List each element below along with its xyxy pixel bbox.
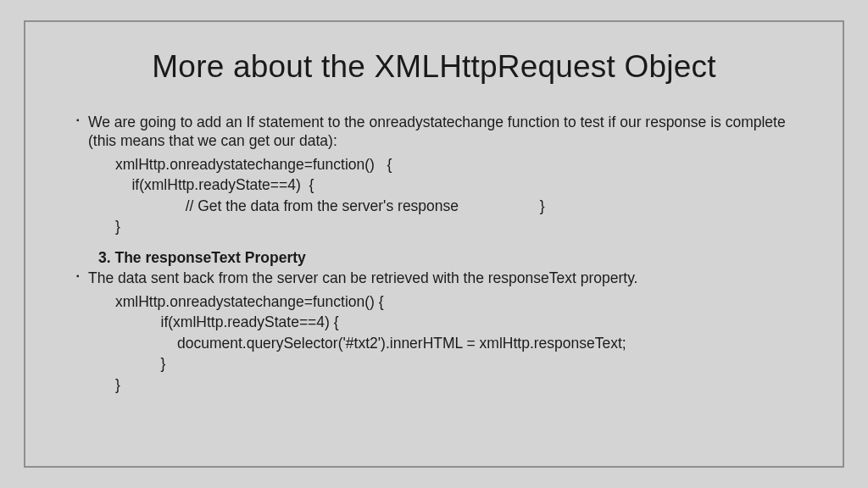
slide-title: More about the XMLHttpRequest Object bbox=[75, 49, 793, 85]
bullet-list-1: We are going to add an If statement to t… bbox=[75, 114, 793, 151]
bullet-list-2: The data sent back from the server can b… bbox=[75, 269, 793, 288]
bullet-item-1: We are going to add an If statement to t… bbox=[76, 114, 793, 151]
code-block-1: xmlHttp.onreadystatechange=function() { … bbox=[75, 154, 793, 237]
slide-frame: More about the XMLHttpRequest Object We … bbox=[24, 20, 844, 468]
section-heading-3: 3. The responseText Property bbox=[75, 249, 793, 268]
slide-content: We are going to add an If statement to t… bbox=[75, 114, 793, 395]
code-block-2: xmlHttp.onreadystatechange=function() { … bbox=[75, 291, 793, 396]
bullet-item-2: The data sent back from the server can b… bbox=[76, 269, 793, 288]
